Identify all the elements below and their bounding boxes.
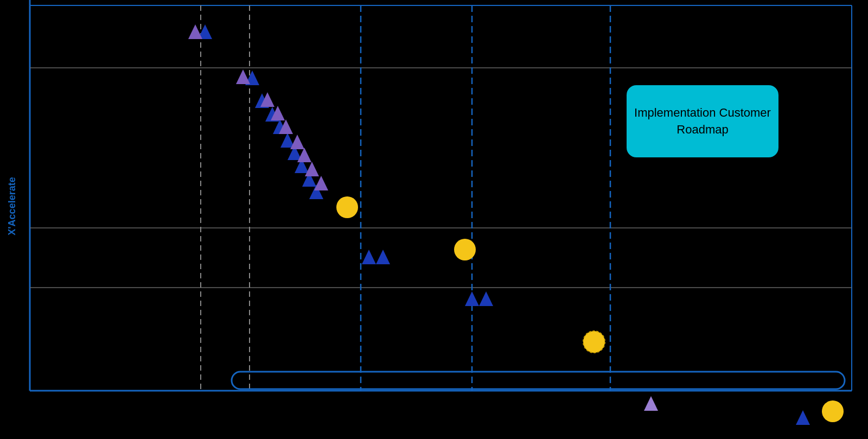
yellow-circle bbox=[336, 196, 358, 218]
purple-triangle bbox=[290, 135, 304, 149]
blue-triangle bbox=[362, 250, 376, 264]
blue-triangle bbox=[465, 291, 479, 306]
blue-triangle bbox=[796, 410, 810, 425]
purple-triangle bbox=[297, 148, 311, 162]
yellow-circle bbox=[822, 400, 844, 422]
y-axis-label: X'Accelerate bbox=[7, 177, 17, 235]
chart-container: X'Accelerate bbox=[0, 0, 868, 439]
purple-triangle bbox=[305, 162, 319, 176]
blue-triangle bbox=[479, 291, 493, 306]
legend-label: Implementation Customer Roadmap bbox=[627, 105, 778, 138]
purple-triangle bbox=[644, 396, 658, 411]
purple-triangle bbox=[314, 176, 328, 190]
purple-triangle bbox=[236, 69, 250, 84]
legend-box: Implementation Customer Roadmap bbox=[627, 85, 778, 157]
blue-triangle bbox=[376, 250, 390, 264]
yellow-circle bbox=[454, 239, 476, 260]
main-chart: X'Accelerate bbox=[0, 0, 868, 439]
progress-bar bbox=[232, 372, 845, 389]
